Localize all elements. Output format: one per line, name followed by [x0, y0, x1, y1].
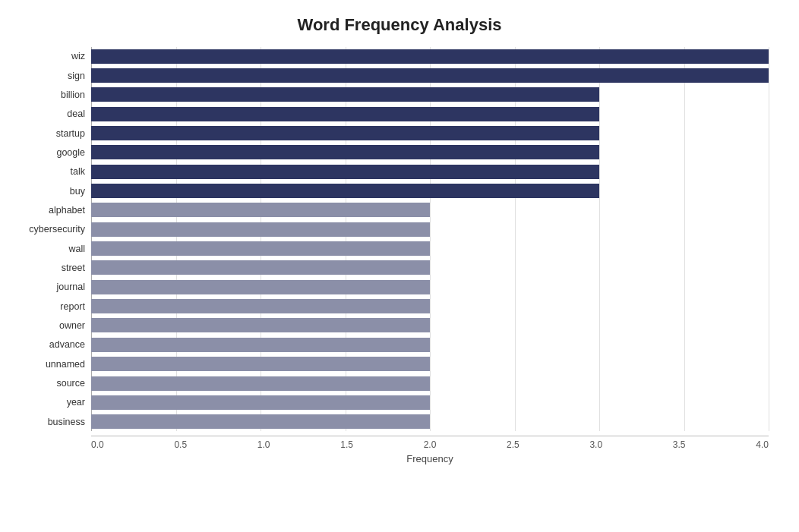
x-tick-label: 1.5: [340, 439, 353, 450]
bar-label: report: [4, 301, 91, 312]
bar-label: street: [4, 263, 91, 273]
bar-label: talk: [4, 166, 91, 177]
bar-label: billion: [4, 90, 91, 100]
bar-label: journal: [4, 282, 91, 292]
bar-row: startup: [91, 124, 769, 142]
bar-label: startup: [4, 128, 91, 139]
bar-row: business: [91, 413, 769, 431]
bar-row: street: [91, 259, 769, 277]
bar-track: [91, 126, 769, 140]
bar-fill: [91, 280, 430, 294]
x-axis-title: Frequency: [91, 453, 769, 464]
bar-track: [91, 68, 769, 83]
bar-row: sign: [91, 66, 769, 84]
bar-track: [91, 49, 769, 64]
bar-label: alphabet: [4, 205, 91, 216]
bar-track: [91, 280, 769, 294]
bar-track: [91, 145, 769, 159]
bar-fill: [91, 414, 430, 429]
bar-label: owner: [4, 320, 91, 331]
bar-row: unnamed: [91, 355, 769, 373]
bar-fill: [91, 145, 599, 159]
bar-fill: [91, 318, 430, 332]
x-axis: 0.00.51.01.52.02.53.03.54.0 Frequency: [91, 436, 769, 464]
x-tick-label: 3.0: [589, 439, 602, 450]
bar-label: business: [4, 417, 91, 427]
bar-track: [91, 376, 769, 391]
bar-label: source: [4, 378, 91, 389]
bar-label: wiz: [4, 51, 91, 61]
bar-track: [91, 203, 769, 217]
bar-row: deal: [91, 105, 769, 123]
bar-row: cybersecurity: [91, 220, 769, 238]
bar-row: year: [91, 393, 769, 411]
bar-label: cybersecurity: [4, 224, 91, 235]
bar-track: [91, 318, 769, 332]
x-tick-label: 0.5: [174, 439, 187, 450]
bars-area: wizsignbilliondealstartupgoogletalkbuyal…: [91, 47, 769, 431]
bar-label: sign: [4, 71, 91, 81]
bar-row: talk: [91, 162, 769, 181]
x-tick-label: 4.0: [756, 439, 769, 450]
bar-fill: [91, 49, 769, 64]
bar-label: wall: [4, 244, 91, 254]
bar-label: buy: [4, 186, 91, 197]
bar-row: wall: [91, 239, 769, 257]
chart-container: Word Frequency Analysis wizsignbillionde…: [0, 0, 799, 532]
bar-row: journal: [91, 278, 769, 296]
x-tick-label: 2.5: [507, 439, 520, 450]
bar-row: report: [91, 297, 769, 315]
bar-fill: [91, 107, 599, 121]
bar-track: [91, 222, 769, 237]
bar-row: advance: [91, 335, 769, 354]
bar-track: [91, 87, 769, 102]
bar-track: [91, 414, 769, 429]
bar-fill: [91, 126, 599, 140]
chart-title: Word Frequency Analysis: [30, 15, 769, 35]
bar-label: advance: [4, 339, 91, 350]
bar-track: [91, 299, 769, 313]
bar-label: unnamed: [4, 359, 91, 370]
bar-label: year: [4, 397, 91, 408]
bar-fill: [91, 184, 599, 198]
bar-track: [91, 241, 769, 256]
bar-fill: [91, 260, 430, 275]
bar-fill: [91, 203, 430, 217]
bars-container: wizsignbilliondealstartupgoogletalkbuyal…: [91, 47, 769, 431]
bar-fill: [91, 165, 599, 179]
bar-track: [91, 357, 769, 371]
bar-row: billion: [91, 86, 769, 104]
bar-track: [91, 184, 769, 198]
bar-fill: [91, 338, 430, 352]
x-tick-label: 0.0: [91, 439, 104, 450]
bar-label: google: [4, 147, 91, 158]
x-tick-label: 3.5: [673, 439, 686, 450]
bar-fill: [91, 68, 769, 83]
bar-fill: [91, 357, 430, 371]
x-tick-label: 2.0: [424, 439, 437, 450]
bar-fill: [91, 87, 599, 102]
bar-fill: [91, 376, 430, 391]
bar-row: alphabet: [91, 201, 769, 219]
bar-fill: [91, 299, 430, 313]
bar-row: google: [91, 143, 769, 162]
x-tick-label: 1.0: [257, 439, 270, 450]
bar-row: owner: [91, 316, 769, 335]
bar-label: deal: [4, 109, 91, 119]
bar-fill: [91, 241, 430, 256]
bar-track: [91, 165, 769, 179]
bar-fill: [91, 222, 430, 237]
bar-fill: [91, 395, 430, 410]
bar-row: wiz: [91, 47, 769, 65]
bar-track: [91, 395, 769, 410]
gridline: [769, 47, 769, 431]
bar-row: source: [91, 374, 769, 392]
bar-track: [91, 260, 769, 275]
bar-track: [91, 107, 769, 121]
x-axis-labels: 0.00.51.01.52.02.53.03.54.0: [91, 439, 769, 450]
bar-track: [91, 338, 769, 352]
bar-row: buy: [91, 181, 769, 200]
